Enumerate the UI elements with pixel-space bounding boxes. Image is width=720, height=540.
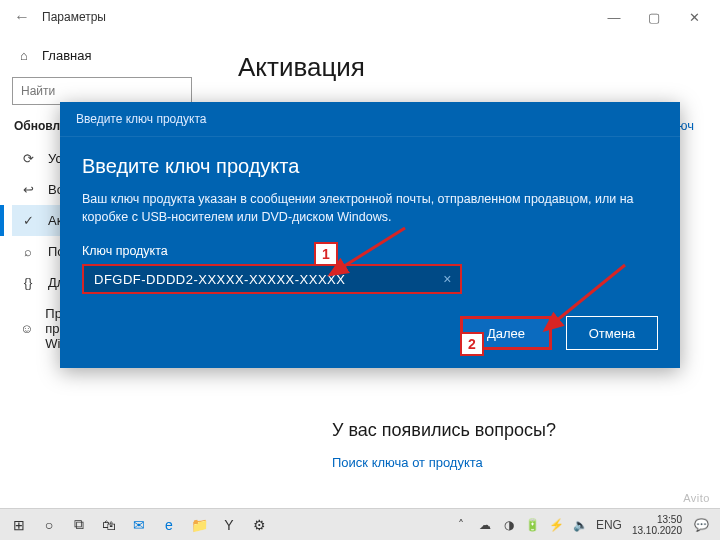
start-button[interactable]: ⊞ <box>4 511 34 539</box>
task-view-icon[interactable]: ⧉ <box>64 511 94 539</box>
taskbar: ⊞ ○ ⧉ 🛍 ✉ e 📁 Y ⚙ ˄ ☁ ◑ 🔋 ⚡ 🔈 ENG 13:50 … <box>0 508 720 540</box>
cortana-icon[interactable]: ○ <box>34 511 64 539</box>
volume-icon[interactable]: 🔈 <box>570 518 592 532</box>
dialog-body: Введите ключ продукта Ваш ключ продукта … <box>60 137 680 304</box>
search-placeholder: Найти <box>21 84 55 98</box>
minimize-button[interactable]: — <box>594 3 634 31</box>
titlebar: ← Параметры — ▢ ✕ <box>0 0 720 34</box>
cancel-button[interactable]: Отмена <box>566 316 658 350</box>
close-button[interactable]: ✕ <box>674 3 714 31</box>
search-icon: ⌕ <box>20 244 36 259</box>
dialog-actions: Далее Отмена <box>60 304 680 368</box>
dialog-titlebar: Введите ключ продукта <box>60 102 680 137</box>
dialog-heading: Введите ключ продукта <box>82 155 658 178</box>
system-tray: ˄ ☁ ◑ 🔋 ⚡ 🔈 ENG 13:50 13.10.2020 💬 <box>450 514 716 536</box>
taskbar-clock[interactable]: 13:50 13.10.2020 <box>626 514 688 536</box>
window-controls: — ▢ ✕ <box>594 3 714 31</box>
power-icon[interactable]: ⚡ <box>546 518 568 532</box>
recovery-icon: ↩ <box>20 182 36 197</box>
language-indicator[interactable]: ENG <box>594 518 624 532</box>
action-center-icon[interactable]: 💬 <box>690 518 712 532</box>
home-icon: ⌂ <box>16 48 32 63</box>
questions-section: У вас появились вопросы? Поиск ключа от … <box>332 420 556 470</box>
battery-icon[interactable]: 🔋 <box>522 518 544 532</box>
clock-date: 13.10.2020 <box>632 525 682 536</box>
clock-time: 13:50 <box>632 514 682 525</box>
find-key-link[interactable]: Поиск ключа от продукта <box>332 455 483 470</box>
product-key-dialog: Введите ключ продукта Введите ключ проду… <box>60 102 680 368</box>
page-title: Активация <box>238 52 692 83</box>
back-icon[interactable]: ← <box>6 8 38 26</box>
check-icon: ✓ <box>20 213 36 228</box>
annotation-marker-2: 2 <box>460 332 484 356</box>
mail-icon[interactable]: ✉ <box>124 511 154 539</box>
product-key-input[interactable]: DFGDF-DDDD2-XXXXX-XXXXX-XXXXX × <box>82 264 462 294</box>
tray-overflow-icon[interactable]: ˄ <box>450 518 472 532</box>
clear-input-icon[interactable]: × <box>443 271 452 287</box>
maximize-button[interactable]: ▢ <box>634 3 674 31</box>
questions-heading: У вас появились вопросы? <box>332 420 556 441</box>
window-title: Параметры <box>42 10 106 24</box>
onedrive-icon[interactable]: ☁ <box>474 518 496 532</box>
explorer-icon[interactable]: 📁 <box>184 511 214 539</box>
moon-icon[interactable]: ◑ <box>498 518 520 532</box>
edge-icon[interactable]: e <box>154 511 184 539</box>
settings-taskbar-icon[interactable]: ⚙ <box>244 511 274 539</box>
search-input[interactable]: Найти <box>12 77 192 105</box>
product-key-value: DFGDF-DDDD2-XXXXX-XXXXX-XXXXX <box>94 272 345 287</box>
store-icon[interactable]: 🛍 <box>94 511 124 539</box>
sidebar-home[interactable]: ⌂ Главная <box>12 42 210 69</box>
product-key-label: Ключ продукта <box>82 244 658 258</box>
dialog-description: Ваш ключ продукта указан в сообщении эле… <box>82 190 658 226</box>
annotation-marker-1: 1 <box>314 242 338 266</box>
code-icon: {} <box>20 275 36 290</box>
sidebar-home-label: Главная <box>42 48 91 63</box>
insider-icon: ☺ <box>20 321 33 336</box>
watermark: Avito <box>683 492 710 504</box>
yandex-icon[interactable]: Y <box>214 511 244 539</box>
wrench-icon: ⟳ <box>20 151 36 166</box>
